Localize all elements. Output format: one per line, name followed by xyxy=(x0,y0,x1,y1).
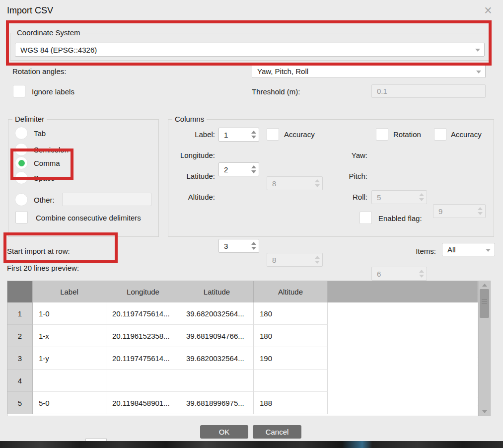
cell-label: 5-0 xyxy=(33,392,106,414)
table-row[interactable]: 5 5-0 20.1198458901... 39.6818996975... … xyxy=(7,392,478,414)
import-csv-dialog: Import CSV × Coordinate System WGS 84 (E… xyxy=(0,0,503,441)
cell-label xyxy=(33,370,106,392)
row-number: 1 xyxy=(7,302,33,325)
ok-button[interactable]: OK xyxy=(200,425,248,439)
ignore-labels-checkbox[interactable] xyxy=(13,85,25,97)
spinner-arrows-icon xyxy=(315,256,320,264)
pitch-spinbox[interactable]: 6 xyxy=(371,267,427,281)
ignore-labels-label: Ignore labels xyxy=(32,87,74,96)
longitude-col-spinbox[interactable]: 2 xyxy=(218,162,259,176)
longitude-accuracy-spinbox[interactable]: 8 xyxy=(267,176,323,190)
preview-title: First 20 lines preview: xyxy=(7,264,79,272)
items-select[interactable]: All xyxy=(442,243,495,256)
cell-longitude xyxy=(106,370,180,392)
header-longitude[interactable]: Longitude xyxy=(106,281,180,302)
radio-other-label: Other: xyxy=(34,196,55,204)
label-col-spinbox[interactable]: 1 xyxy=(218,128,259,142)
radio-comma[interactable] xyxy=(15,156,28,169)
vertical-scrollbar[interactable] xyxy=(478,281,491,416)
yaw-spinbox[interactable]: 5 xyxy=(371,190,427,204)
chevron-down-icon xyxy=(476,71,481,74)
radio-tab[interactable] xyxy=(15,127,28,140)
spinner-arrows-icon[interactable] xyxy=(251,242,256,250)
cell-latitude: 39.6818996975... xyxy=(180,392,254,414)
latitude-accuracy-value: 8 xyxy=(272,256,276,264)
spinner-arrows-icon xyxy=(478,207,483,215)
radio-space-label: Space xyxy=(34,174,55,182)
latitude-col-label: Latitude: xyxy=(170,172,215,180)
cell-latitude xyxy=(180,370,254,392)
latitude-accuracy-spinbox[interactable]: 8 xyxy=(267,253,323,267)
cell-longitude: 20.1197475614... xyxy=(106,302,180,325)
cell-label: 1-y xyxy=(33,347,106,370)
radio-comma-label: Comma xyxy=(34,159,60,167)
combine-delimiters-checkbox[interactable] xyxy=(15,211,28,224)
cell-longitude: 20.1196152358... xyxy=(106,325,180,347)
yaw-value: 5 xyxy=(377,193,381,202)
radio-other[interactable] xyxy=(15,193,28,206)
rotation-checkbox[interactable] xyxy=(376,128,388,141)
scrollbar-grip-icon xyxy=(482,301,487,301)
accuracy-right-checkbox[interactable] xyxy=(434,128,446,141)
spinner-arrows-icon xyxy=(419,270,424,278)
rotation-angles-select[interactable]: Yaw, Pitch, Roll xyxy=(252,65,486,78)
threshold-input[interactable]: 0.1 xyxy=(371,84,486,98)
label-col-label: Label: xyxy=(170,130,215,139)
spinner-arrows-icon xyxy=(315,179,320,187)
cell-label: 1-x xyxy=(33,325,106,347)
cell-altitude: 180 xyxy=(254,325,328,347)
label-col-value: 1 xyxy=(224,131,228,139)
spinner-arrows-icon[interactable] xyxy=(251,131,256,139)
scroll-up-icon[interactable] xyxy=(479,281,490,289)
cell-longitude: 20.1198458901... xyxy=(106,392,180,414)
accuracy-right-label: Accuracy xyxy=(451,130,482,139)
cell-altitude: 188 xyxy=(254,392,328,414)
background-window-strip xyxy=(0,441,503,448)
header-corner-cell xyxy=(7,281,33,302)
coordinate-system-group-label: Coordinate System xyxy=(14,28,83,37)
table-row[interactable]: 2 1-x 20.1196152358... 39.6819094766... … xyxy=(7,325,478,347)
yaw-label: Yaw: xyxy=(339,151,367,159)
close-icon[interactable]: × xyxy=(481,3,496,18)
radio-space[interactable] xyxy=(15,171,28,184)
row-number: 3 xyxy=(7,347,33,370)
table-row[interactable]: 1 1-0 20.1197475614... 39.6820032564... … xyxy=(7,302,478,325)
rotation-checkbox-label: Rotation xyxy=(393,130,421,139)
scrollbar-thumb[interactable] xyxy=(480,289,489,318)
header-altitude[interactable]: Altitude xyxy=(254,281,328,302)
longitude-accuracy-value: 8 xyxy=(272,179,276,188)
accuracy-left-checkbox[interactable] xyxy=(267,128,279,141)
enabled-flag-label: Enabled flag: xyxy=(378,214,422,223)
longitude-col-value: 2 xyxy=(224,165,228,174)
table-row[interactable]: 3 1-y 20.1197475614... 39.6820032564... … xyxy=(7,347,478,370)
cancel-button[interactable]: Cancel xyxy=(253,425,301,439)
cell-latitude: 39.6819094766... xyxy=(180,325,254,347)
cell-empty xyxy=(328,325,478,347)
header-latitude[interactable]: Latitude xyxy=(180,281,254,302)
radio-semicolon-label: Semicolon xyxy=(34,146,69,154)
yaw-accuracy-spinbox[interactable]: 9 xyxy=(433,204,486,218)
spinner-arrows-icon[interactable] xyxy=(251,165,256,173)
pitch-value: 6 xyxy=(377,270,381,278)
spinner-arrows-icon xyxy=(419,193,424,201)
coordinate-system-select[interactable]: WGS 84 (EPSG::4326) xyxy=(15,43,485,57)
preview-table-body: 1 1-0 20.1197475614... 39.6820032564... … xyxy=(7,302,478,414)
cell-altitude: 190 xyxy=(254,347,328,370)
table-row[interactable]: 4 xyxy=(7,370,478,392)
longitude-col-label: Longitude: xyxy=(170,151,215,159)
other-delimiter-input[interactable] xyxy=(62,193,151,206)
cell-empty xyxy=(328,370,478,392)
chevron-down-icon xyxy=(486,249,491,252)
latitude-col-spinbox[interactable]: 3 xyxy=(218,239,259,253)
rotation-angles-label: Rotation angles: xyxy=(12,67,66,75)
pitch-label: Pitch: xyxy=(339,172,367,180)
preview-table-header: Label Longitude Latitude Altitude xyxy=(7,281,478,302)
roll-label: Roll: xyxy=(339,193,367,201)
cell-latitude: 39.6820032564... xyxy=(180,302,254,325)
header-filler xyxy=(328,281,478,302)
scroll-down-icon[interactable] xyxy=(479,408,490,416)
delimiter-group-label: Delimiter xyxy=(12,115,47,123)
radio-semicolon[interactable] xyxy=(15,143,28,156)
header-label[interactable]: Label xyxy=(33,281,106,302)
enabled-flag-checkbox[interactable] xyxy=(359,212,372,224)
